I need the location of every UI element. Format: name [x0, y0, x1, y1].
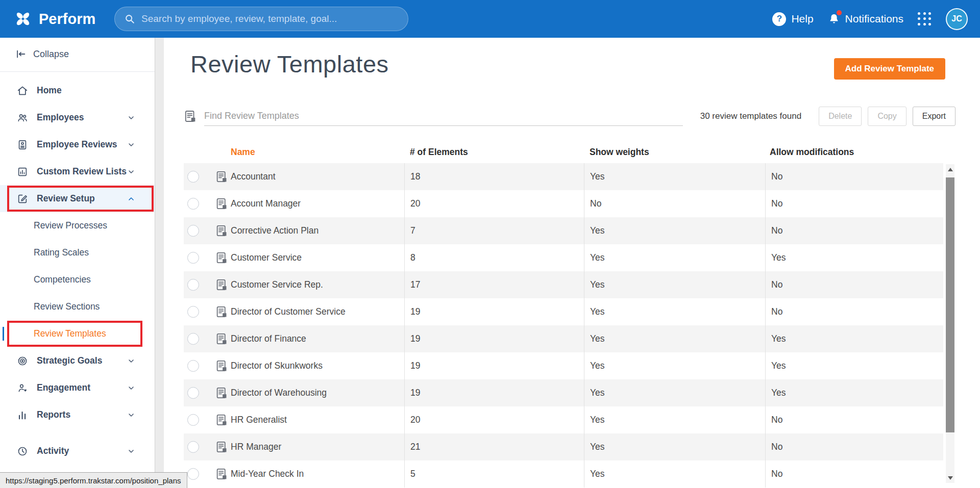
sidebar-item-reports[interactable]: Reports: [0, 401, 155, 428]
row-show-weights: Yes: [584, 163, 765, 190]
row-elements-count: 19: [404, 325, 584, 352]
chevron-down-icon: [127, 447, 135, 455]
collapse-button[interactable]: Collapse: [0, 43, 155, 65]
global-search[interactable]: [114, 7, 408, 31]
sidebar-sublabel: Review Processes: [34, 220, 107, 231]
table-row: Accountant 18 Yes No: [184, 163, 943, 190]
home-icon: [17, 85, 28, 96]
row-allow-modifications: Yes: [765, 325, 943, 352]
export-button[interactable]: Export: [913, 107, 955, 126]
row-show-weights: Yes: [584, 217, 765, 244]
row-radio-button[interactable]: [187, 414, 199, 426]
notifications-button[interactable]: Notifications: [828, 13, 903, 25]
row-radio-button[interactable]: [187, 306, 199, 318]
scrollbar-up-icon[interactable]: [946, 164, 954, 174]
row-show-weights: Yes: [584, 244, 765, 271]
add-review-template-button[interactable]: Add Review Template: [834, 58, 945, 80]
templates-count: 30 review templates found: [700, 111, 801, 121]
row-template-name[interactable]: Corrective Action Plan: [231, 217, 404, 244]
row-allow-modifications: Yes: [765, 244, 943, 271]
row-template-name[interactable]: HR Manager: [231, 433, 404, 460]
brand[interactable]: Perform: [13, 0, 95, 38]
find-review-templates-input[interactable]: [204, 107, 683, 126]
row-template-name[interactable]: Director of Skunkworks: [231, 352, 404, 379]
column-header-name[interactable]: Name: [231, 147, 255, 158]
table-scrollbar[interactable]: [946, 164, 954, 483]
row-template-name[interactable]: Mid-Year Check In: [231, 460, 404, 487]
avatar[interactable]: JC: [946, 8, 968, 30]
row-radio-button[interactable]: [187, 171, 199, 183]
row-elements-count: 17: [404, 271, 584, 298]
sidebar-scrollbar-track[interactable]: [155, 38, 164, 488]
row-elements-count: 7: [404, 217, 584, 244]
row-template-name[interactable]: Director of Warehousing: [231, 379, 404, 406]
table-row: Director of Skunkworks 19 Yes Yes: [184, 352, 943, 379]
collapse-label: Collapse: [33, 49, 69, 60]
row-allow-modifications: No: [765, 433, 943, 460]
row-template-name[interactable]: Accountant: [231, 163, 404, 190]
sidebar-item-employees[interactable]: Employees: [0, 104, 155, 131]
row-elements-count: 19: [404, 352, 584, 379]
sidebar-subitem-review-sections[interactable]: Review Sections: [0, 293, 155, 320]
collapse-icon: [15, 48, 27, 60]
sidebar-item-strategic-goals[interactable]: Strategic Goals: [0, 347, 155, 374]
row-show-weights: Yes: [584, 379, 765, 406]
engagement-icon: [17, 382, 28, 394]
sidebar-subitem-review-templates[interactable]: Review Templates: [0, 320, 155, 347]
row-radio-button[interactable]: [187, 333, 199, 345]
sidebar-item-employee-reviews[interactable]: Employee Reviews: [0, 131, 155, 158]
sidebar-label: Strategic Goals: [37, 355, 102, 366]
sidebar-label: Employee Reviews: [37, 139, 117, 150]
help-button[interactable]: ? Help: [772, 12, 813, 26]
copy-button[interactable]: Copy: [868, 107, 906, 126]
search-input[interactable]: [141, 13, 399, 24]
sidebar-item-home[interactable]: Home: [0, 77, 155, 104]
row-radio-button[interactable]: [187, 360, 199, 372]
row-show-weights: Yes: [584, 325, 765, 352]
row-radio-button[interactable]: [187, 198, 199, 210]
row-show-weights: Yes: [584, 271, 765, 298]
apps-grid-icon[interactable]: [918, 12, 932, 26]
table-row: Director of Warehousing 19 Yes Yes: [184, 379, 943, 406]
row-elements-count: 18: [404, 163, 584, 190]
row-radio-button[interactable]: [187, 468, 199, 480]
row-elements-count: 19: [404, 379, 584, 406]
row-template-name[interactable]: Customer Service Rep.: [231, 271, 404, 298]
row-template-name[interactable]: Director of Customer Service: [231, 298, 404, 325]
activity-icon: [17, 446, 28, 457]
row-radio-button[interactable]: [187, 225, 199, 237]
column-header-elements: # of Elements: [410, 147, 468, 158]
sidebar-item-activity[interactable]: Activity: [0, 438, 155, 465]
row-radio-button[interactable]: [187, 252, 199, 264]
row-radio-button[interactable]: [187, 387, 199, 399]
sidebar-subitem-review-processes[interactable]: Review Processes: [0, 212, 155, 239]
row-allow-modifications: Yes: [765, 352, 943, 379]
row-template-name[interactable]: Director of Finance: [231, 325, 404, 352]
sidebar-item-engagement[interactable]: Engagement: [0, 374, 155, 401]
sidebar-subitem-rating-scales[interactable]: Rating Scales: [0, 239, 155, 266]
delete-button[interactable]: Delete: [819, 107, 862, 126]
template-icon: [215, 387, 228, 399]
scrollbar-down-icon[interactable]: [946, 473, 954, 483]
scrollbar-thumb[interactable]: [946, 177, 954, 432]
template-icon: [215, 468, 228, 480]
row-template-name[interactable]: Account Manager: [231, 190, 404, 217]
sidebar-item-review-setup[interactable]: Review Setup: [0, 185, 155, 212]
row-allow-modifications: No: [765, 406, 943, 433]
row-template-name[interactable]: Customer Service: [231, 244, 404, 271]
notifications-label: Notifications: [845, 13, 903, 25]
row-allow-modifications: No: [765, 217, 943, 244]
column-header-show-weights: Show weights: [590, 147, 649, 158]
row-show-weights: Yes: [584, 298, 765, 325]
row-radio-button[interactable]: [187, 441, 199, 453]
help-icon: ?: [772, 12, 786, 26]
row-show-weights: Yes: [584, 352, 765, 379]
sidebar-subitem-competencies[interactable]: Competencies: [0, 266, 155, 293]
row-template-name[interactable]: HR Generalist: [231, 406, 404, 433]
sidebar-item-custom-review-lists[interactable]: Custom Review Lists: [0, 158, 155, 185]
row-radio-button[interactable]: [187, 279, 199, 291]
chevron-down-icon: [127, 411, 135, 419]
sidebar-label: Custom Review Lists: [37, 166, 127, 177]
table-row: Director of Customer Service 19 Yes No: [184, 298, 943, 325]
table-row: Customer Service 8 Yes Yes: [184, 244, 943, 271]
